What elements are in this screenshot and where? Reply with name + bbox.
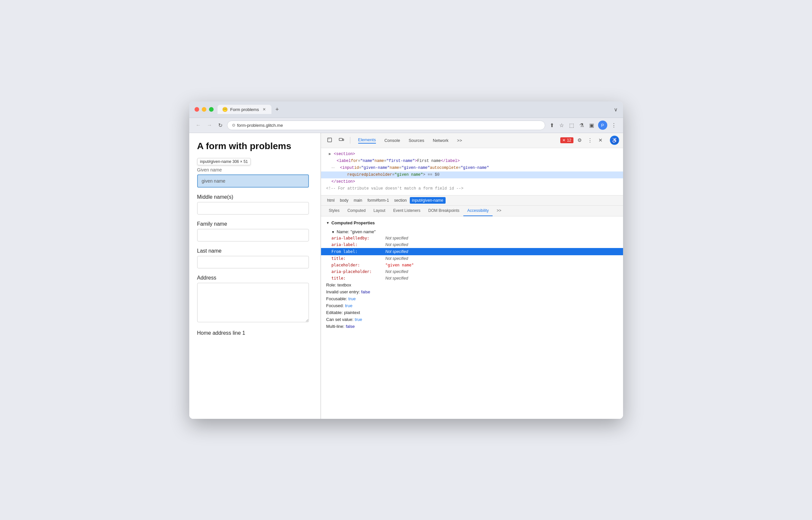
devtools-panel: Elements Console Sources Network >> ✕ 12… [321, 133, 623, 419]
tab-event-listeners[interactable]: Event Listeners [389, 206, 425, 216]
middle-name-input[interactable] [197, 202, 309, 214]
html-line-section-close: </section> [321, 178, 623, 185]
tab-accessibility[interactable]: Accessibility [463, 206, 492, 216]
share-button[interactable]: ⬆ [549, 121, 555, 130]
title-label-1: title: [332, 256, 384, 261]
last-name-input[interactable] [197, 256, 309, 268]
focusable-value: true [348, 296, 356, 301]
sidebar-button[interactable]: ▣ [588, 121, 595, 130]
tab-bar: 😶 Form problems ✕ + ∨ [218, 105, 618, 114]
aria-labelledby-value: Not specified [385, 236, 408, 240]
profile-button[interactable]: P [598, 121, 607, 130]
breadcrumb-form[interactable]: form#form-1 [365, 197, 391, 204]
multiline-value: false [346, 324, 355, 329]
tab-menu-button[interactable]: ∨ [614, 106, 618, 113]
section-open-tag: <section> [334, 151, 355, 157]
title-label-2: title: [332, 276, 384, 281]
title-row-1: title: Not specified [326, 255, 618, 262]
last-name-section: Last name [197, 248, 312, 268]
tab-network[interactable]: Network [429, 136, 453, 145]
devtools-close-button[interactable]: ✕ [597, 136, 605, 145]
family-name-section: Family name [197, 221, 312, 241]
middle-name-label: Middle name(s) [197, 194, 312, 200]
aria-label-label: aria-label: [332, 242, 384, 247]
address-input[interactable] [197, 283, 309, 322]
tab-styles[interactable]: Styles [325, 206, 344, 216]
forward-button[interactable]: → [206, 121, 213, 129]
can-set-label: Can set value: [326, 317, 354, 322]
minimize-traffic-light[interactable] [202, 107, 206, 112]
html-source-panel: ▶ <section> <label for = "name" name = "… [321, 148, 623, 196]
collapse-triangle[interactable]: ▼ [326, 221, 330, 225]
breadcrumb-section[interactable]: section [392, 197, 409, 204]
breadcrumb-body[interactable]: body [337, 197, 351, 204]
role-value: textbox [337, 283, 351, 287]
title-value-2: Not specified [385, 276, 408, 281]
placeholder-label: placeholder: [332, 263, 384, 267]
breadcrumb-bar: html body main form#form-1 section input… [321, 196, 623, 206]
tab-more[interactable]: >> [453, 136, 466, 145]
home-address-label: Home address line 1 [197, 330, 312, 336]
tab-favicon: 😶 [222, 107, 228, 112]
device-toolbar-button[interactable] [337, 136, 346, 145]
family-name-label: Family name [197, 221, 312, 227]
address-bar: ← → ↻ ⊙ form-problems.glitch.me ⬆ ☆ ⬚ ⚗ … [189, 118, 623, 133]
expand-button[interactable]: ··· [326, 165, 340, 170]
can-set-value: true [355, 317, 362, 322]
devtools-settings-button[interactable]: ⚙ [576, 136, 584, 145]
invalid-row: Invalid user entry: false [326, 288, 618, 295]
given-name-section: input#given-name 306 × 51 Given name [197, 158, 312, 187]
html-line-section-open: ▶ <section> [321, 151, 623, 158]
inspect-element-button[interactable] [325, 136, 334, 145]
title-bar: 😶 Form problems ✕ + ∨ [189, 102, 623, 118]
tab-layout[interactable]: Layout [370, 206, 389, 216]
editable-value: plaintext [344, 310, 360, 315]
tab-console[interactable]: Console [381, 136, 404, 145]
breadcrumb-html[interactable]: html [325, 197, 337, 204]
breadcrumb-main[interactable]: main [351, 197, 364, 204]
given-name-input[interactable] [197, 175, 309, 187]
tab-elements[interactable]: Elements [354, 136, 380, 145]
new-tab-button[interactable]: + [273, 105, 282, 114]
devtools-actions: ✕ 12 ⚙ ⋮ ✕ [560, 136, 604, 145]
tab-title: Form problems [230, 107, 259, 112]
last-name-label: Last name [197, 248, 312, 254]
refresh-button[interactable]: ↻ [217, 121, 224, 130]
accessibility-icon[interactable]: ♿ [610, 136, 619, 145]
from-label-value: Not specified [385, 249, 408, 254]
browser-window: 😶 Form problems ✕ + ∨ ← → ↻ ⊙ form-probl… [189, 102, 623, 419]
address-security-icon: ⊙ [232, 123, 235, 127]
maximize-traffic-light[interactable] [209, 107, 213, 112]
from-label-label: From label: [332, 249, 384, 254]
devtools-more-button[interactable]: ⋮ [586, 136, 594, 145]
name-row: ▼ Name: "given name" [326, 229, 618, 235]
breadcrumb-input[interactable]: input#given-name [410, 197, 446, 204]
tab-computed[interactable]: Computed [344, 206, 370, 216]
address-section: Address [197, 275, 312, 323]
placeholder-row: placeholder: "given name" [326, 262, 618, 268]
tab-dom-breakpoints[interactable]: DOM Breakpoints [424, 206, 463, 216]
active-tab[interactable]: 😶 Form problems ✕ [218, 105, 272, 114]
tab-close-button[interactable]: ✕ [261, 107, 267, 112]
tab-more-props[interactable]: >> [492, 206, 505, 216]
focusable-row: Focusable: true [326, 295, 618, 302]
bookmark-button[interactable]: ☆ [558, 121, 565, 130]
close-traffic-light[interactable] [195, 107, 199, 112]
name-field-value: "given name" [351, 229, 376, 234]
menu-button[interactable]: ⋮ [610, 121, 618, 130]
extensions-button[interactable]: ⬚ [568, 121, 576, 130]
toolbar-separator [350, 137, 350, 144]
name-expand-triangle[interactable]: ▼ [332, 230, 335, 234]
page-title: A form with problems [197, 141, 312, 151]
multiline-label: Multi-line: [326, 324, 345, 329]
family-name-input[interactable] [197, 229, 309, 241]
computed-properties-header: ▼ Computed Properties [326, 220, 618, 225]
devtools-button[interactable]: ⚗ [578, 121, 585, 130]
back-button[interactable]: ← [195, 121, 202, 129]
html-line-comment: <!-- For attribute value doesn't match a… [321, 185, 623, 192]
computed-properties-label: Computed Properties [331, 220, 375, 225]
from-label-row: From label: Not specified [321, 248, 623, 255]
address-input-container[interactable]: ⊙ form-problems.glitch.me [227, 121, 545, 130]
tab-sources[interactable]: Sources [405, 136, 428, 145]
aria-label-value: Not specified [385, 242, 408, 247]
